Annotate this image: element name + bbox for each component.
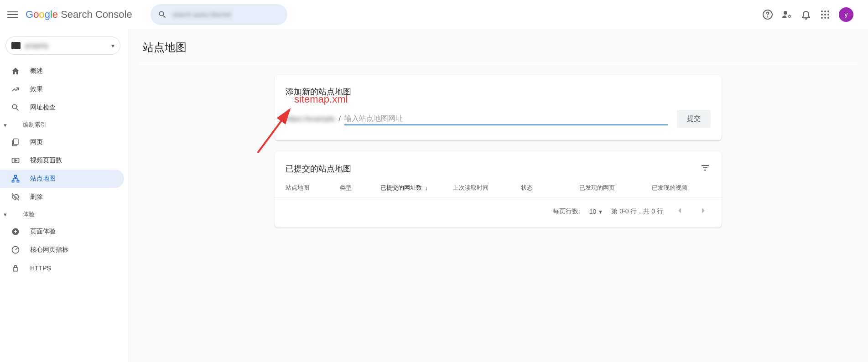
sitemap-url-prefix-blurred: https://example [286, 115, 335, 123]
th-sitemap: 站点地图 [286, 184, 340, 192]
chevron-down-icon: ▾ [599, 208, 602, 215]
notifications-icon[interactable] [800, 9, 811, 20]
submit-button[interactable]: 提交 [677, 110, 711, 128]
th-discovered-urls: 已发现的网页 [579, 184, 652, 192]
chevron-down-icon: ▾ [4, 211, 15, 218]
sidebar-item-pages[interactable]: 网页 [0, 133, 124, 151]
page-range-text: 第 0-0 行，共 0 行 [611, 207, 663, 216]
sidebar-item-performance[interactable]: 效果 [0, 80, 124, 98]
pages-icon [11, 138, 22, 147]
svg-rect-13 [14, 139, 18, 145]
page-title: 站点地图 [139, 29, 857, 64]
table-pagination: 每页行数: 10 ▾ 第 0-0 行，共 0 行 [275, 197, 722, 228]
search-box[interactable]: search query blurred [151, 4, 287, 25]
svg-point-4 [821, 10, 823, 12]
submitted-title: 已提交的站点地图 [286, 163, 700, 174]
svg-rect-17 [17, 180, 19, 182]
sidebar-section-index: ▾ 编制索引 [0, 117, 124, 133]
th-submitted-urls[interactable]: 已提交的网址数 ↓ [380, 184, 453, 192]
sidebar-item-page-experience[interactable]: 页面体验 [0, 222, 124, 241]
main-content: 站点地图 添加新的站点地图 https://example / 提交 sitem… [128, 29, 868, 362]
svg-point-10 [821, 17, 823, 19]
rows-per-page-label: 每页行数: [553, 207, 580, 216]
th-discovered-videos: 已发现的视频 [652, 184, 711, 192]
sidebar: property ▾ 概述 效果 网址检查 ▾ 编制索引 网页 视频页面数 [0, 29, 128, 362]
property-selector[interactable]: property ▾ [5, 36, 120, 55]
sidebar-item-overview[interactable]: 概述 [0, 62, 124, 80]
sidebar-item-removals[interactable]: 删除 [0, 188, 124, 206]
sitemap-icon [11, 174, 22, 183]
submitted-sitemaps-card: 已提交的站点地图 站点地图 类型 已提交的网址数 ↓ 上次读取时间 状态 已发现… [275, 151, 722, 228]
logo: Google Search Console [26, 9, 132, 21]
app-name: Search Console [61, 9, 132, 21]
people-settings-icon[interactable] [781, 9, 792, 20]
video-icon [11, 156, 22, 165]
rows-per-page-select[interactable]: 10 ▾ [589, 208, 603, 215]
svg-point-11 [824, 17, 826, 19]
svg-point-7 [821, 14, 823, 16]
chevron-down-icon: ▾ [111, 42, 114, 49]
sidebar-item-core-web-vitals[interactable]: 核心网页指标 [0, 241, 124, 259]
speed-icon [11, 245, 22, 254]
svg-point-1 [768, 17, 768, 17]
svg-rect-15 [15, 176, 17, 177]
th-last-read: 上次读取时间 [453, 184, 521, 192]
svg-point-2 [784, 11, 787, 15]
sidebar-item-https[interactable]: HTTPS [0, 259, 124, 277]
add-sitemap-title: 添加新的站点地图 [286, 86, 711, 97]
sitemap-url-input[interactable] [344, 113, 668, 125]
next-page-button[interactable] [696, 203, 711, 219]
hidden-icon [11, 192, 22, 202]
sort-desc-icon: ↓ [425, 185, 428, 191]
search-icon [158, 10, 167, 19]
table-header-row: 站点地图 类型 已提交的网址数 ↓ 上次读取时间 状态 已发现的网页 已发现的视… [275, 178, 722, 197]
lock-icon [11, 264, 22, 273]
prev-page-button[interactable] [672, 203, 687, 219]
plus-circle-icon [11, 227, 22, 236]
header-actions: y [762, 7, 853, 22]
hamburger-menu-button[interactable] [7, 9, 18, 20]
help-icon[interactable] [762, 9, 773, 20]
header: Google Search Console search query blurr… [0, 0, 868, 29]
svg-point-12 [827, 17, 829, 19]
property-icon [11, 42, 21, 49]
sidebar-item-url-inspection[interactable]: 网址检查 [0, 98, 124, 117]
add-sitemap-card: 添加新的站点地图 https://example / 提交 [275, 75, 722, 140]
svg-point-8 [824, 14, 826, 16]
svg-point-6 [827, 10, 829, 12]
svg-rect-16 [12, 180, 14, 182]
svg-point-5 [824, 10, 826, 12]
account-avatar[interactable]: y [839, 7, 853, 22]
sidebar-section-experience: ▾ 体验 [0, 206, 124, 222]
svg-point-9 [827, 14, 829, 16]
svg-point-3 [789, 16, 790, 17]
search-text-blurred: search query blurred [172, 11, 231, 18]
sidebar-item-sitemaps[interactable]: 站点地图 [0, 170, 124, 188]
search-icon [11, 103, 22, 112]
apps-grid-icon[interactable] [820, 9, 831, 20]
chevron-down-icon: ▾ [4, 122, 15, 129]
th-type: 类型 [340, 184, 380, 192]
sidebar-item-video-pages[interactable]: 视频页面数 [0, 151, 124, 170]
property-name-blurred: property [25, 42, 111, 49]
th-status: 状态 [521, 184, 580, 192]
trending-icon [11, 85, 22, 94]
svg-rect-20 [13, 268, 18, 271]
filter-icon[interactable] [700, 162, 711, 175]
home-icon [11, 67, 22, 76]
